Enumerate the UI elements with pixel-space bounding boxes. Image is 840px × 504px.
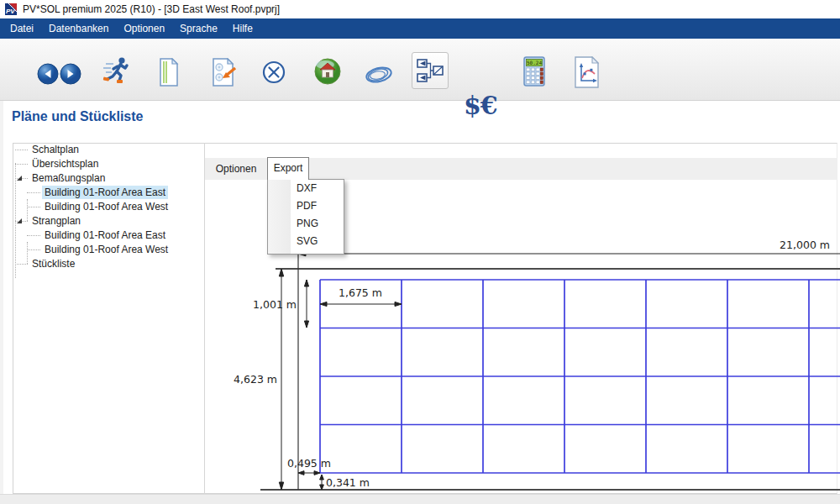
- tree-item-stueckliste[interactable]: Stückliste: [13, 257, 203, 271]
- tree-item-strangplan[interactable]: Strangplan: [13, 214, 203, 228]
- 3d-planning-icon[interactable]: [314, 58, 341, 85]
- dim-label-total-width: 21,000 m: [780, 239, 830, 251]
- window-title: PV*SOL premium 2025 (R10) - [3D East Wes…: [23, 3, 280, 15]
- window-left-edge: [0, 101, 3, 494]
- dim-label-row-height: 1,001 m: [253, 298, 297, 311]
- tree-item-building01-roof-east-strang[interactable]: Building 01-Roof Area East: [13, 228, 203, 243]
- tree-item-uebersichtsplan[interactable]: Übersichtsplan: [13, 157, 203, 171]
- cabling-icon[interactable]: [363, 64, 395, 86]
- export-menu-item-pdf[interactable]: PDF: [268, 197, 344, 215]
- import-project-icon[interactable]: [212, 58, 237, 87]
- app-logo-icon: PV: [5, 3, 17, 15]
- export-dropdown-menu: DXF PDF PNG SVG: [267, 179, 344, 255]
- tab-optionen[interactable]: Optionen: [212, 158, 260, 180]
- plan-tree: Schaltplan Übersichtsplan Bemaßungsplan …: [13, 143, 203, 492]
- app-window: PV PV*SOL premium 2025 (R10) - [3D East …: [0, 0, 840, 504]
- page-title: Pläne und Stückliste: [12, 109, 143, 124]
- svg-text:PV: PV: [6, 8, 15, 15]
- dim-label-bottom-offset: 0,341 m: [326, 476, 370, 489]
- calculator-icon[interactable]: 50.24: [523, 56, 545, 87]
- title-bar: PV PV*SOL premium 2025 (R10) - [3D East …: [0, 0, 840, 18]
- expand-toggle-icon[interactable]: [17, 176, 22, 181]
- tree-item-schaltplan[interactable]: Schaltplan: [13, 143, 203, 157]
- report-icon[interactable]: [575, 56, 600, 88]
- expand-toggle-icon[interactable]: [17, 218, 22, 223]
- dim-label-left-offset: 0,495 m: [287, 457, 331, 470]
- tab-export[interactable]: Export: [267, 157, 309, 180]
- module-configuration-button[interactable]: [412, 52, 449, 89]
- forward-icon[interactable]: [60, 63, 81, 85]
- new-document-icon[interactable]: [158, 58, 180, 87]
- back-icon[interactable]: [37, 63, 59, 85]
- menu-bar: Datei Datenbanken Optionen Sprache Hilfe: [0, 18, 840, 39]
- tree-item-building01-roof-west-strang[interactable]: Building 01-Roof Area West: [13, 243, 203, 257]
- menu-sprache[interactable]: Sprache: [180, 23, 218, 34]
- export-menu-item-dxf[interactable]: DXF: [268, 180, 344, 197]
- export-menu-item-svg[interactable]: SVG: [268, 233, 344, 250]
- menu-datei[interactable]: Datei: [10, 23, 34, 34]
- dim-label-module-width: 1,675 m: [339, 286, 382, 299]
- tree-item-building01-roof-west[interactable]: Building 01-Roof Area West: [13, 200, 203, 214]
- economics-icon[interactable]: $€: [464, 91, 497, 120]
- svg-text:50.24: 50.24: [527, 60, 542, 66]
- toolbar: $€ 50.24: [0, 39, 840, 101]
- run-project-icon[interactable]: [101, 54, 131, 89]
- tree-item-building01-roof-east[interactable]: Building 01-Roof Area East: [13, 186, 203, 200]
- export-menu-item-png[interactable]: PNG: [268, 215, 344, 233]
- menu-datenbanken[interactable]: Datenbanken: [49, 23, 108, 34]
- menu-hilfe[interactable]: Hilfe: [233, 23, 253, 34]
- window-bottom-edge: [0, 494, 840, 504]
- menu-optionen[interactable]: Optionen: [123, 23, 165, 34]
- module-configuration-icon: [417, 58, 444, 83]
- module-grid: [320, 280, 840, 473]
- roof-edges: [260, 269, 840, 490]
- tree-item-bemassungsplan[interactable]: Bemaßungsplan: [13, 171, 203, 186]
- close-project-icon[interactable]: [262, 60, 286, 84]
- dim-label-total-height: 4,623 m: [234, 373, 277, 386]
